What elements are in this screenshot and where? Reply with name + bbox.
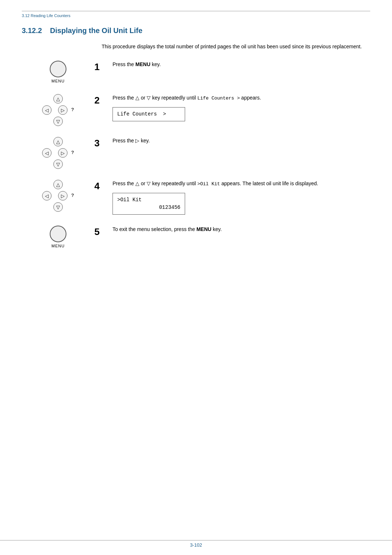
kp4-down-btn: ▽ [53,202,63,212]
step-2-display-box: Life Counters > [113,107,185,121]
step-4-icon-area: △ ▽ ◁ ▷ [22,180,94,212]
step-4-number: 4 [94,181,107,192]
up-arrow-icon: △ [56,96,60,102]
left3-arrow-icon: ◁ [45,150,49,156]
step-4-content: Press the △ or ▽ key repeatedly until >O… [113,180,370,215]
section-number: 3.12.2 [22,27,42,35]
step-5-content: To exit the menu selection, press the ME… [113,226,370,236]
step-4-keypad-wrap: △ ▽ ◁ ▷ [22,180,94,212]
step-3-content: Press the ▷ key. [113,137,370,147]
kp3-left-circle: ◁ [42,148,52,158]
kp3-right-circle: ▷ [58,148,68,158]
step-2-content: Press the △ or ▽ key repeatedly until Li… [113,94,370,121]
kp-down-circle: ▽ [53,117,63,126]
left-arrow-icon: ◁ [45,108,49,113]
step-3-number: 3 [94,138,107,149]
menu-circle [50,61,66,77]
page-container: 3.12 Reading Life Counters 3.12.2 Displa… [0,0,392,555]
kp-question: ? [71,107,74,112]
down-arrow-icon: ▽ [56,119,60,124]
step-5-row: MENU 5 To exit the menu selection, press… [22,226,370,248]
intro-text: This procedure displays the total number… [102,43,370,50]
kp4-left-circle: ◁ [42,191,52,200]
step-1-text: Press the MENU key. [113,61,370,68]
step-5-text: To exit the menu selection, press the ME… [113,226,370,233]
kp4-down-circle: ▽ [53,202,63,212]
kp-right-circle: ▷ [58,105,68,115]
step-1-menu-bold: MENU [135,61,150,67]
page-number: 3-102 [190,542,202,548]
step-2-display-line1: Life Counters > [117,110,180,118]
step-2-icon-area: △ ▽ ◁ ▷ [22,94,94,126]
up3-arrow-icon: △ [56,139,60,145]
left4-arrow-icon: ◁ [45,193,49,199]
step-5-number: 5 [94,226,107,238]
step-3-icon-area: △ ▽ ◁ ▷ [22,137,94,169]
kp3-left-btn: ◁ [42,148,52,158]
step-5-icon-area: MENU [22,226,94,248]
step-3-keypad-wrap: △ ▽ ◁ ▷ [22,137,94,169]
step-5-menu-bold: MENU [196,226,211,232]
kp4-up-circle: △ [53,180,63,189]
step-2-keypad: △ ▽ ◁ ▷ [42,94,74,126]
kp-up-circle: △ [53,94,63,104]
kp3-up-circle: △ [53,137,63,146]
kp4-right-btn: ▷ [58,191,68,200]
down3-arrow-icon: ▽ [56,162,60,167]
right-arrow-icon: ▷ [61,108,65,113]
kp-left-btn: ◁ [42,105,52,115]
menu-label: MENU [52,79,65,83]
right3-arrow-icon: ▷ [61,150,65,156]
step-1-icon-area: MENU [22,61,94,83]
step-4-keypad: △ ▽ ◁ ▷ [42,180,74,212]
step-2-row: △ ▽ ◁ ▷ [22,94,370,126]
step-4-display-line1: >Oil Kit [117,196,180,204]
step-4-display-box: >Oil Kit 0123456 [113,193,185,215]
menu-button-icon: MENU [50,61,66,83]
step-4-text: Press the △ or ▽ key repeatedly until >O… [113,180,370,188]
step-5-menu-label: MENU [52,244,65,248]
kp4-up-btn: △ [53,180,63,189]
step-4-code: >Oil Kit [197,181,220,187]
kp3-right-btn: ▷ [58,148,68,158]
kp4-question: ? [71,193,74,198]
down4-arrow-icon: ▽ [56,204,60,210]
kp4-left-btn: ◁ [42,191,52,200]
step-2-text: Press the △ or ▽ key repeatedly until Li… [113,94,370,102]
step-4-display-line2: 0123456 [117,204,180,211]
step-5-menu-icon: MENU [50,226,66,248]
kp-left-circle: ◁ [42,105,52,115]
step-1-number: 1 [94,61,107,73]
step-1-content: Press the MENU key. [113,61,370,71]
kp-up-btn: △ [53,94,63,104]
kp3-down-btn: ▽ [53,159,63,169]
step-2-keypad-wrap: △ ▽ ◁ ▷ [22,94,94,126]
breadcrumb: 3.12 Reading Life Counters [22,13,370,18]
kp4-right-circle: ▷ [58,191,68,200]
section-title: 3.12.2 Displaying the Oil Unit Life [22,27,370,35]
step-3-row: △ ▽ ◁ ▷ [22,137,370,169]
up4-arrow-icon: △ [56,182,60,187]
kp-down-btn: ▽ [53,117,63,126]
kp-right-btn: ▷ [58,105,68,115]
step-3-text: Press the ▷ key. [113,137,370,145]
bottom-rule [0,540,392,540]
step-2-number: 2 [94,95,107,106]
step-2-code: Life Counters > [197,96,240,101]
top-rule [22,11,370,11]
kp3-question: ? [71,150,74,155]
right4-arrow-icon: ▷ [61,193,65,199]
step-1-row: MENU 1 Press the MENU key. [22,61,370,83]
kp3-up-btn: △ [53,137,63,146]
step-5-menu-circle [50,226,66,242]
step-3-keypad: △ ▽ ◁ ▷ [42,137,74,169]
step-4-row: △ ▽ ◁ ▷ [22,180,370,215]
section-heading: Displaying the Oil Unit Life [50,27,142,35]
kp3-down-circle: ▽ [53,159,63,169]
